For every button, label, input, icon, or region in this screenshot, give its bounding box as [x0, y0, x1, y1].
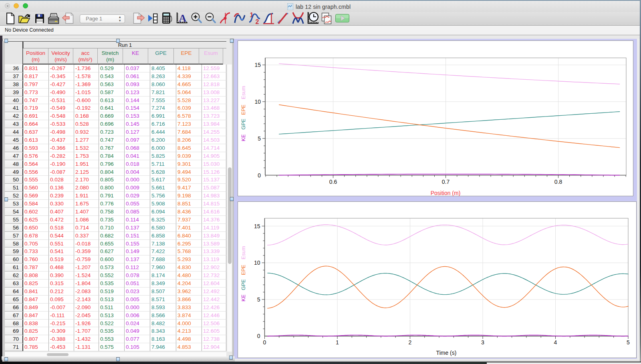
- svg-text:KE: KE: [240, 294, 246, 302]
- svg-text:Esum: Esum: [240, 246, 246, 259]
- svg-text:0: 0: [258, 172, 261, 179]
- svg-text:2: 2: [409, 339, 412, 346]
- svg-text:1: 1: [336, 339, 339, 346]
- svg-text:GPE: GPE: [240, 119, 246, 130]
- svg-text:10: 10: [254, 259, 260, 266]
- svg-text:2: 2: [256, 18, 259, 24]
- svg-text:A: A: [179, 12, 187, 24]
- svg-text:5: 5: [258, 135, 261, 142]
- svg-text:Position (m): Position (m): [431, 190, 461, 196]
- svg-text:KE: KE: [240, 134, 246, 141]
- svg-text:0.8: 0.8: [554, 179, 562, 185]
- svg-text:Time (s): Time (s): [436, 350, 457, 356]
- svg-text:Esum: Esum: [240, 86, 246, 99]
- svg-text:10: 10: [254, 99, 261, 105]
- svg-text:5: 5: [257, 296, 260, 303]
- svg-text:15: 15: [254, 223, 260, 229]
- svg-text:5: 5: [627, 339, 630, 346]
- svg-text:0.7: 0.7: [442, 179, 450, 185]
- svg-text:GPE: GPE: [240, 279, 246, 290]
- svg-text:0: 0: [257, 333, 260, 339]
- svg-text:0.6: 0.6: [329, 179, 337, 185]
- svg-text:EPE: EPE: [240, 265, 246, 275]
- svg-text:4: 4: [554, 339, 557, 346]
- svg-text:EPE: EPE: [240, 105, 246, 115]
- svg-text:3: 3: [481, 339, 484, 346]
- svg-text:0: 0: [263, 339, 266, 346]
- svg-text:15: 15: [254, 62, 261, 68]
